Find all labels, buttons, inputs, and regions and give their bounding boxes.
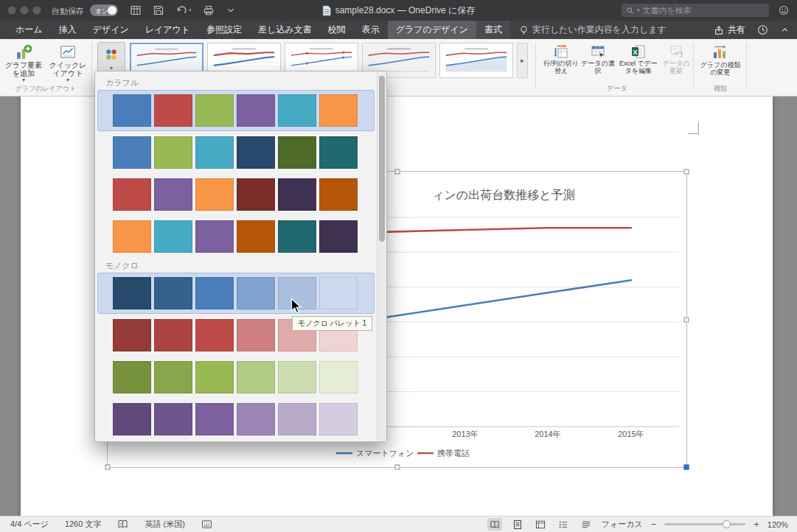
color-swatch[interactable] [237,319,275,351]
zoom-out-button[interactable]: − [651,519,657,530]
language-indicator[interactable]: 英語 (米国) [145,519,184,530]
palette-row[interactable] [97,399,375,440]
color-swatch[interactable] [278,94,316,127]
color-swatch[interactable] [237,403,275,435]
chart-resize-handle[interactable] [394,465,400,470]
zoom-in-button[interactable]: + [754,519,759,530]
add-chart-element-button[interactable]: グラフ要素を追加 ▾ [2,42,45,83]
zoom-slider[interactable] [664,523,745,525]
color-swatch[interactable] [319,277,358,309]
color-swatch[interactable] [113,319,151,351]
chart-resize-handle[interactable] [684,169,689,175]
outline-view-icon[interactable] [556,518,571,531]
minimize-button[interactable] [20,6,29,15]
color-swatch[interactable] [237,94,275,127]
undo-icon[interactable] [175,4,187,16]
color-swatch[interactable] [154,277,192,309]
color-swatch[interactable] [278,220,316,253]
dropdown-scrollbar-thumb[interactable] [379,76,385,242]
search-input[interactable] [643,6,765,15]
ribbon-tab[interactable]: デザイン [85,21,137,39]
gallery-more-button[interactable]: ▸ [517,43,528,78]
draft-view-icon[interactable] [579,518,594,531]
chart-resize-handle-active[interactable] [684,465,689,470]
color-swatch[interactable] [195,277,234,309]
color-swatch[interactable] [319,403,358,435]
palette-row[interactable] [97,90,375,131]
color-swatch[interactable] [113,178,151,211]
word-count[interactable]: 1260 文字 [65,519,102,530]
collapse-ribbon-chevron-icon[interactable] [780,25,790,35]
ribbon-tab[interactable]: 表示 [354,21,388,39]
proofing-status-icon[interactable] [117,519,128,529]
edit-data-in-excel-button[interactable]: X Excel でデータを編集 [617,42,660,74]
color-swatch[interactable] [319,220,358,253]
color-swatch[interactable] [154,136,192,169]
color-swatch[interactable] [154,319,192,351]
select-data-button[interactable]: データの選択 [580,42,616,74]
close-button[interactable] [7,6,16,15]
change-chart-type-button[interactable]: グラフの種類の変更 [697,42,743,76]
color-swatch[interactable] [278,361,316,393]
color-swatch[interactable] [154,220,192,253]
search-field[interactable]: ▾ [622,4,769,17]
color-swatch[interactable] [113,220,151,253]
palette-row[interactable] [97,216,375,257]
history-clock-icon[interactable] [757,24,768,35]
ribbon-tab[interactable]: ホーム [7,21,51,39]
quick-layout-button[interactable]: クイックレイアウト ▾ [46,42,89,83]
color-swatch[interactable] [195,178,234,211]
chart-resize-handle[interactable] [394,169,400,175]
read-mode-icon[interactable] [487,518,502,531]
color-swatch[interactable] [195,361,234,393]
color-swatch[interactable] [237,178,275,211]
zoom-level[interactable]: 120% [768,520,788,529]
save-icon[interactable] [153,4,164,16]
color-swatch[interactable] [113,403,151,435]
color-swatch[interactable] [319,94,358,127]
ribbon-tab[interactable]: 書式 [476,21,510,39]
color-swatch[interactable] [278,403,316,435]
ribbon-tab[interactable]: 参照設定 [198,21,250,39]
ribbon-tab[interactable]: 差し込み文書 [250,21,320,39]
dropdown-scrollbar[interactable] [377,71,386,441]
color-swatch[interactable] [195,403,234,435]
color-swatch[interactable] [113,277,151,309]
palette-row[interactable] [97,273,375,314]
color-swatch[interactable] [237,220,275,253]
color-swatch[interactable] [113,136,151,169]
color-swatch[interactable] [113,94,151,127]
color-swatch[interactable] [195,220,234,253]
zoom-slider-knob[interactable] [723,520,731,528]
chart-resize-handle[interactable] [684,317,689,322]
color-swatch[interactable] [319,136,358,169]
color-swatch[interactable] [154,94,192,127]
zoom-button[interactable] [32,6,41,15]
feedback-smiley-icon[interactable] [779,5,789,15]
color-swatch[interactable] [278,136,316,169]
switch-row-column-button[interactable]: 行/列の切り替え [543,42,579,74]
color-swatch[interactable] [154,361,192,393]
color-swatch[interactable] [195,94,234,127]
print-icon[interactable] [203,4,215,16]
palette-row[interactable] [97,132,375,173]
color-swatch[interactable] [195,136,234,169]
toolbar-chevron-down-icon[interactable] [226,5,236,15]
color-swatch[interactable] [195,319,234,351]
color-swatch[interactable] [278,178,316,211]
ribbon-tab[interactable]: グラフのデザイン [388,21,476,39]
color-swatch[interactable] [237,136,275,169]
ribbon-tab[interactable]: レイアウト [137,21,198,39]
undo-caret-icon[interactable]: ▾ [189,7,192,13]
web-layout-icon[interactable] [533,518,548,531]
palette-row[interactable] [97,357,375,398]
chart-resize-handle[interactable] [105,465,111,470]
color-swatch[interactable] [319,361,358,393]
color-swatch[interactable] [113,361,151,393]
tell-me-assistant[interactable]: 実行したい作業内容を入力します [519,21,667,39]
ribbon-tab[interactable]: 挿入 [51,21,85,39]
color-swatch[interactable] [319,178,358,211]
focus-mode-button[interactable]: フォーカス [602,519,643,530]
print-layout-icon[interactable] [510,518,525,531]
search-scope-caret-icon[interactable]: ▾ [637,7,640,13]
